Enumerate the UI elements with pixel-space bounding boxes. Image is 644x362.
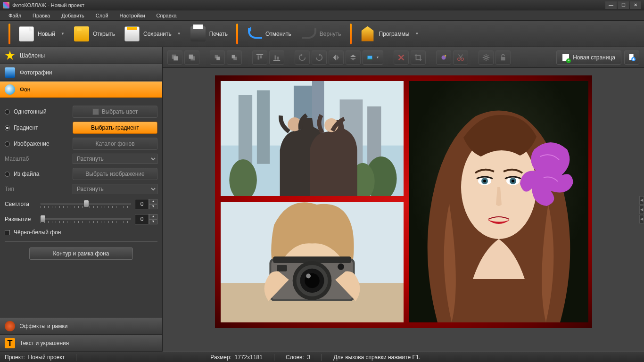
choose-color-button[interactable]: Выбрать цвет [73,106,157,118]
caret-down-icon: ▼ [177,32,181,36]
settings-button[interactable] [479,50,494,65]
save-button[interactable]: Сохранить ▼ [120,25,186,43]
spinner-up-icon[interactable]: ▲ [149,214,157,219]
send-back-button[interactable] [184,50,199,65]
bring-forward-button[interactable] [210,50,225,65]
collage-photo-2[interactable] [409,81,588,322]
toolbar-separator [8,24,10,44]
blur-spinner[interactable]: ▲▼ [135,214,157,224]
folder-icon [74,26,89,41]
svg-rect-21 [501,57,505,60]
spinner-up-icon[interactable]: ▲ [149,199,157,204]
canvas-area: ▼ Новая страница [163,47,644,352]
blur-label: Размытие [5,216,37,222]
radio-image[interactable]: Изображение [5,140,50,147]
menubar: Файл Правка Добавить Слой Настройки Спра… [0,10,644,21]
svg-point-20 [485,56,487,58]
align-top-button[interactable] [252,50,267,65]
menu-edit[interactable]: Правка [28,12,55,19]
background-panel: Однотонный Выбрать цвет Градиент Выбрать… [0,98,162,318]
accordion-background[interactable]: Фон [0,81,162,98]
menu-add[interactable]: Добавить [57,12,89,19]
choose-image-button[interactable]: Выбрать изображение [73,168,157,180]
minimize-button[interactable]: — [605,1,617,9]
align-bottom-button[interactable] [269,50,284,65]
blur-slider[interactable] [41,214,131,224]
programs-button[interactable]: Программы ▼ [355,25,424,43]
rotate-right-button[interactable] [312,50,327,65]
svg-rect-8 [256,54,263,55]
radio-from-file[interactable]: Из файла [5,171,39,177]
menu-settings[interactable]: Настройки [115,12,150,19]
brightness-label: Светлота [5,201,37,207]
checkbox-bw-background[interactable]: Чёрно-белый фон [5,229,61,236]
delete-button[interactable] [394,50,409,65]
svg-rect-15 [367,58,372,59]
menu-help[interactable]: Справка [152,12,182,19]
accordion-text[interactable]: T Текст и украшения [0,335,162,352]
side-tab-1[interactable]: ◀ [639,196,644,205]
redo-button[interactable]: Вернуть [296,25,346,43]
open-button[interactable]: Открыть [69,25,120,43]
canvas-viewport[interactable]: ◀ ◀ ◀ [163,68,644,352]
brightness-spinner[interactable]: ▲▼ [135,199,157,209]
new-page-button[interactable]: Новая страница [556,50,621,65]
svg-rect-9 [258,55,260,59]
flip-horizontal-button[interactable] [329,50,344,65]
window-title: ФотоКОЛЛАЖ - Новый проект [12,2,605,8]
send-backward-button[interactable] [227,50,242,65]
svg-rect-27 [256,90,269,164]
collage-photo-1[interactable] [221,81,404,196]
printer-icon [190,26,206,41]
side-tabs: ◀ ◀ ◀ [639,196,644,223]
svg-point-41 [483,180,486,182]
undo-button[interactable]: Отменить [242,25,296,43]
photo-icon [5,67,15,78]
collage-page[interactable] [215,75,592,328]
bring-front-button[interactable] [167,50,182,65]
menu-file[interactable]: Файл [4,12,26,19]
accordion-photos[interactable]: Фотографии [0,64,162,81]
radio-solid[interactable]: Однотонный [5,108,47,115]
print-button[interactable]: Печать [186,25,232,43]
cut-button[interactable] [453,50,468,65]
accordion-effects[interactable]: Эффекты и рамки [0,318,162,335]
redo-icon [301,26,316,41]
frame-contour-button[interactable]: Контур и рамка фона [29,247,133,260]
scale-select[interactable]: Растянуть [73,154,157,164]
fit-button[interactable]: ▼ [363,50,383,65]
brightness-slider[interactable] [41,199,131,209]
side-tab-3[interactable]: ◀ [639,215,644,223]
radio-gradient[interactable]: Градиент [5,124,38,131]
rotate-left-button[interactable] [295,50,310,65]
choose-gradient-button[interactable]: Выбрать градиент [73,122,157,134]
text-icon: T [5,338,15,348]
page-add-icon [562,54,569,61]
lock-button[interactable] [495,50,511,65]
toolbar-separator [236,24,238,44]
background-catalog-button[interactable]: Каталог фонов [73,138,157,150]
star-icon [5,50,15,61]
page-settings-button[interactable] [624,50,639,65]
enhance-button[interactable] [436,50,451,65]
collage-photo-3[interactable] [221,202,404,322]
accordion-templates[interactable]: Шаблоны [0,47,162,64]
svg-rect-10 [260,55,262,58]
svg-rect-11 [273,60,280,61]
svg-rect-57 [277,265,287,272]
svg-rect-1 [173,56,178,60]
menu-layer[interactable]: Слой [91,12,113,19]
svg-rect-5 [216,57,220,60]
svg-point-17 [445,55,446,57]
spinner-down-icon[interactable]: ▼ [149,204,157,209]
maximize-button[interactable]: ☐ [618,1,629,9]
new-button[interactable]: Новый ▼ [14,25,69,43]
type-label: Тип [5,186,14,192]
titlebar: ФотоКОЛЛАЖ - Новый проект — ☐ ✕ [0,0,644,10]
type-select[interactable]: Растянуть [73,184,157,194]
flip-vertical-button[interactable] [346,50,361,65]
spinner-down-icon[interactable]: ▼ [149,219,157,224]
side-tab-2[interactable]: ◀ [639,206,644,214]
close-button[interactable]: ✕ [630,1,641,9]
crop-button[interactable] [411,50,426,65]
